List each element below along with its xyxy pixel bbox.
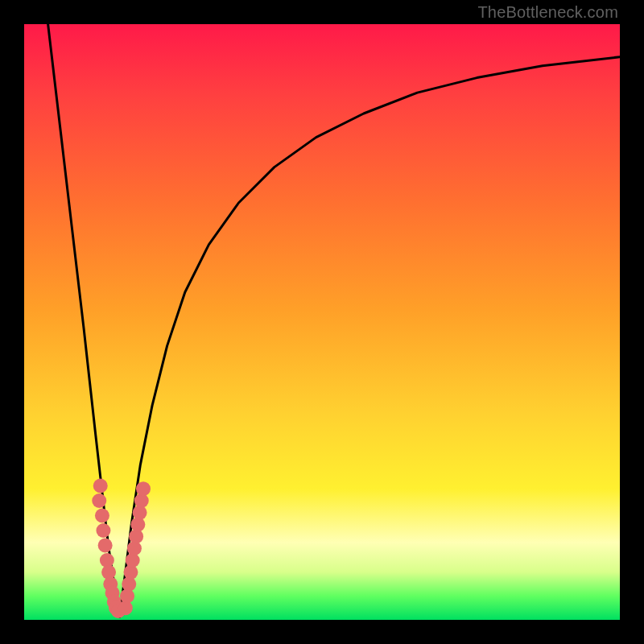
scatter-dot (98, 539, 113, 553)
scatter-dot (136, 481, 151, 496)
scatter-dot (96, 523, 110, 538)
chart-svg (24, 24, 620, 620)
chart-frame: TheBottleneck.com (0, 0, 644, 644)
scatter-dot (92, 493, 106, 508)
scatter-dot (95, 509, 109, 523)
plot-area (24, 24, 620, 620)
scatter-dot (93, 479, 108, 493)
watermark-text: TheBottleneck.com (477, 3, 618, 22)
curve-right-branch (119, 57, 620, 617)
scatter-cluster (92, 479, 151, 618)
